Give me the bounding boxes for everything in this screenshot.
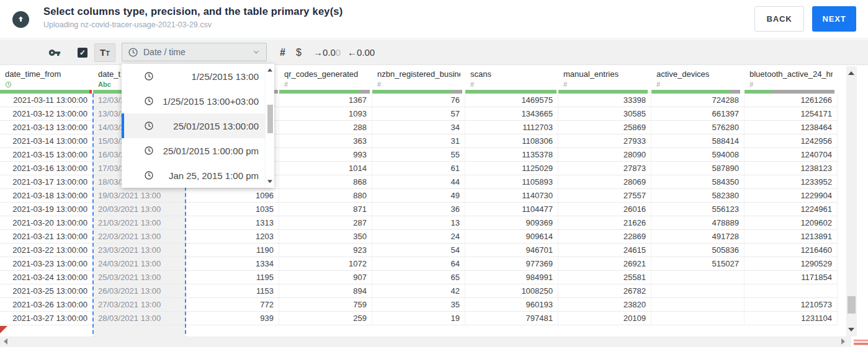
dropdown-option[interactable]: Jan 25, 2015 1:00 pm bbox=[122, 163, 265, 188]
cell bbox=[651, 312, 745, 325]
precision-increase-label: →0.0 bbox=[313, 47, 336, 58]
column-type-label: # bbox=[470, 80, 553, 89]
cell: 2021-03-22 13:00:00 bbox=[0, 244, 93, 257]
cell: 1313 bbox=[186, 216, 279, 229]
cell: 42 bbox=[372, 284, 465, 297]
cell: 20109 bbox=[558, 312, 651, 325]
cell: 20/03/2021 13:00 bbox=[93, 203, 186, 216]
cell: 25869 bbox=[558, 121, 651, 134]
cell: 33398 bbox=[558, 94, 651, 107]
back-button[interactable]: BACK bbox=[754, 6, 804, 32]
cell: 1096 bbox=[186, 189, 279, 202]
next-button[interactable]: NEXT bbox=[812, 6, 856, 32]
cell: 24/03/2021 13:00 bbox=[93, 257, 186, 270]
cell: 909614 bbox=[465, 230, 558, 243]
cell: 1171854 bbox=[745, 271, 838, 284]
boolean-type-checkbox[interactable]: ✓ bbox=[78, 40, 87, 65]
cell: 2021-03-16 13:00:00 bbox=[0, 162, 93, 175]
cell: 2021-03-27 13:00:00 bbox=[0, 312, 93, 325]
cell: 1216460 bbox=[745, 244, 838, 257]
cell: 1229904 bbox=[745, 189, 838, 202]
clock-icon bbox=[144, 146, 154, 156]
dropdown-scroll-up-icon[interactable] bbox=[267, 69, 272, 72]
cell: 28069 bbox=[558, 175, 651, 188]
resize-grip[interactable] bbox=[854, 340, 868, 345]
cell: 1112703 bbox=[465, 121, 558, 134]
scroll-down-icon[interactable] bbox=[848, 328, 854, 332]
text-type-label-small: T bbox=[105, 50, 110, 57]
cell: 576280 bbox=[651, 121, 745, 134]
cell: 1104477 bbox=[465, 203, 558, 216]
dropdown-option-label: Jan 25, 2015 1:00 pm bbox=[154, 170, 259, 181]
vertical-scrollbar[interactable] bbox=[846, 66, 857, 336]
cell: 588414 bbox=[651, 134, 745, 147]
cell: 1014 bbox=[279, 162, 372, 175]
integer-type-button[interactable]: # bbox=[280, 40, 285, 65]
precision-decrease-button[interactable]: ←0.00 bbox=[347, 40, 375, 65]
cell: 2021-03-20 13:00:00 bbox=[0, 216, 93, 229]
cell: 35 bbox=[372, 298, 465, 311]
scroll-right-icon[interactable] bbox=[841, 338, 845, 345]
cell: 76 bbox=[372, 94, 465, 107]
cell: 1093 bbox=[279, 107, 372, 120]
cell: 26/03/2021 13:00 bbox=[93, 284, 186, 297]
column-name: qr_codes_generated bbox=[284, 69, 367, 79]
cell: 868 bbox=[279, 175, 372, 188]
dropdown-option[interactable]: 25/01/2015 13:00:00 bbox=[122, 113, 265, 138]
scroll-up-icon[interactable] bbox=[848, 71, 854, 75]
text-type-button[interactable]: TT bbox=[94, 40, 115, 65]
page-subtitle: Uploading nz-covid-tracer-usage-2021-03-… bbox=[43, 20, 342, 29]
column-header[interactable]: manual_entries# bbox=[558, 65, 651, 90]
dropdown-option[interactable]: 1/25/2015 13:00 bbox=[122, 64, 265, 89]
cell: 984991 bbox=[465, 271, 558, 284]
column-header[interactable]: qr_codes_generated# bbox=[279, 65, 372, 90]
cell: 22/03/2021 13:00 bbox=[93, 230, 186, 243]
cell: 1242956 bbox=[745, 134, 838, 147]
currency-type-button[interactable]: $ bbox=[296, 40, 302, 65]
cell: 22869 bbox=[558, 230, 651, 243]
cell: 24615 bbox=[558, 244, 651, 257]
precision-increase-faded: 0 bbox=[336, 47, 341, 58]
column-name: nzbn_registered_busine bbox=[377, 69, 460, 79]
table-row: 2021-03-20 13:00:0021/03/2021 13:0013132… bbox=[0, 216, 838, 230]
cell: 661397 bbox=[651, 107, 745, 120]
cell: 1238123 bbox=[745, 162, 838, 175]
cell: 894 bbox=[279, 284, 372, 297]
dropdown-option[interactable]: 25/01/2015 1:00:00 pm bbox=[122, 138, 265, 163]
dropdown-option-label: 1/25/2015 13:00 bbox=[154, 71, 259, 82]
chevron-down-icon bbox=[252, 48, 261, 56]
cell: 1334 bbox=[186, 257, 279, 270]
horizontal-scrollbar[interactable] bbox=[0, 336, 851, 347]
column-name: active_devices bbox=[656, 69, 740, 79]
datetime-format-dropdown: 1/25/2015 13:001/25/2015 13:00+03:0025/0… bbox=[122, 64, 274, 188]
table-row: 2021-03-24 13:00:0025/03/2021 13:0011959… bbox=[0, 271, 838, 284]
column-type-label: # bbox=[749, 80, 833, 89]
column-type-label: # bbox=[656, 80, 740, 89]
cell: 1210573 bbox=[745, 298, 838, 311]
vertical-scroll-thumb[interactable] bbox=[848, 296, 856, 314]
precision-increase-button[interactable]: →0.00 bbox=[313, 40, 341, 65]
cell: 54 bbox=[372, 244, 465, 257]
cell: 1343665 bbox=[465, 107, 558, 120]
cell: 871 bbox=[279, 203, 372, 216]
clock-type-icon bbox=[5, 81, 12, 88]
primary-key-icon[interactable] bbox=[48, 40, 61, 65]
cell: 26016 bbox=[558, 203, 651, 216]
dropdown-option-list: 1/25/2015 13:001/25/2015 13:00+03:0025/0… bbox=[122, 64, 265, 188]
cell: 923 bbox=[279, 244, 372, 257]
column-header[interactable]: date_time_from bbox=[0, 65, 93, 90]
clock-icon bbox=[144, 96, 154, 106]
column-header[interactable]: scans# bbox=[465, 65, 558, 90]
dropdown-scroll-down-icon[interactable] bbox=[267, 180, 272, 183]
column-header[interactable]: bluetooth_active_24_hr_# bbox=[745, 65, 838, 90]
cell: 2021-03-18 13:00:00 bbox=[0, 189, 93, 202]
column-header[interactable]: active_devices# bbox=[651, 65, 745, 90]
cell: 19 bbox=[372, 312, 465, 325]
column-header[interactable]: nzbn_registered_busine# bbox=[372, 65, 465, 90]
datetime-format-select[interactable]: Date / time bbox=[122, 43, 267, 61]
dropdown-scrollbar[interactable] bbox=[265, 64, 274, 188]
dropdown-scroll-thumb[interactable] bbox=[267, 105, 273, 133]
dropdown-option-label: 25/01/2015 13:00:00 bbox=[154, 121, 259, 131]
dropdown-option[interactable]: 1/25/2015 13:00+03:00 bbox=[122, 89, 265, 113]
scroll-left-icon[interactable] bbox=[4, 338, 7, 345]
